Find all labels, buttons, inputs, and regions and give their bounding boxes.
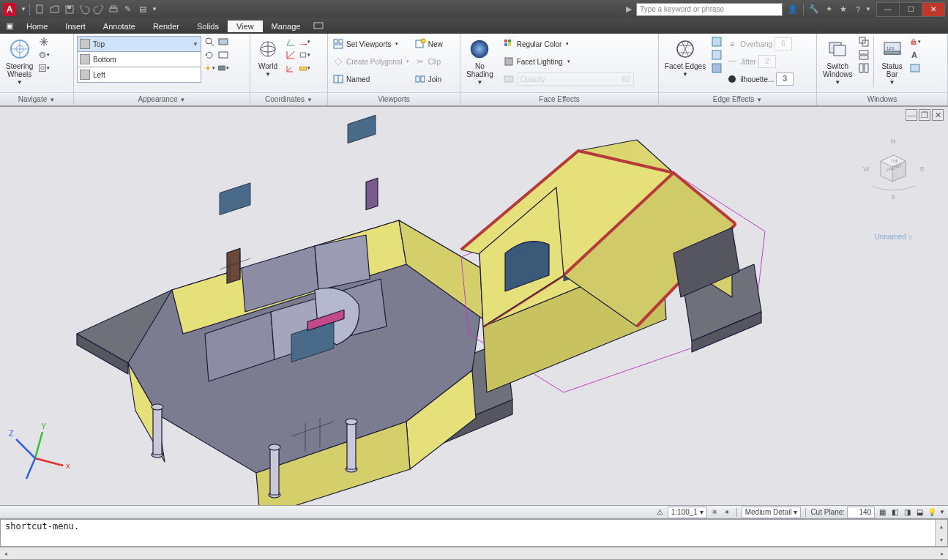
bulb-icon[interactable]: 💡	[927, 507, 937, 518]
command-scrollbar[interactable]: ▴▾	[935, 520, 947, 546]
ucs-view-icon[interactable]: ▾	[299, 49, 310, 61]
minimize-button[interactable]: —	[876, 2, 900, 17]
ucs-z-icon[interactable]	[285, 36, 296, 48]
svg-rect-55	[859, 51, 868, 54]
named-viewports-button[interactable]: Named	[331, 71, 411, 87]
publish-icon[interactable]: ✎	[122, 4, 134, 15]
view-left[interactable]: Left	[77, 67, 201, 83]
open-icon[interactable]	[49, 4, 61, 15]
mid-more-chevron[interactable]: ▼	[939, 509, 945, 515]
anno-scale-dropdown[interactable]: 1:100_1 ▾	[668, 507, 707, 518]
close-button[interactable]: ✕	[922, 2, 945, 17]
refresh-icon[interactable]	[204, 49, 215, 61]
ucs-named-icon[interactable]: ▾	[299, 62, 310, 74]
props-icon[interactable]: ▤	[137, 4, 149, 15]
mid-ic3[interactable]: ◨	[902, 507, 912, 518]
viewcube-named-view[interactable]: Unnamed ▽	[860, 233, 926, 241]
status-bar-button[interactable]: 123 Status Bar ▼	[878, 36, 907, 88]
svg-line-92	[26, 458, 35, 479]
cascade-icon[interactable]	[858, 36, 870, 48]
svg-rect-56	[859, 56, 868, 59]
save-icon[interactable]	[64, 4, 75, 15]
panel-appearance-title[interactable]: Appearance▼	[74, 92, 250, 105]
exchange-icon[interactable]: ✦	[823, 4, 835, 15]
detail-level-dropdown[interactable]: Medium Detail ▾	[742, 507, 802, 518]
undo-icon[interactable]	[78, 4, 90, 15]
new-viewport-button[interactable]: New	[413, 36, 444, 52]
regular-color-button[interactable]: Regular Color▾	[501, 36, 635, 52]
drawing-canvas[interactable]: — ❐ ✕	[0, 106, 948, 505]
sun-icon[interactable]: ▾	[204, 62, 215, 74]
mid-ic1[interactable]: ▦	[877, 507, 887, 518]
zoom-extents-icon[interactable]: ▾	[38, 62, 50, 74]
info-search-icon[interactable]: ▶	[623, 4, 635, 15]
panel-navigate-title[interactable]: Navigate▼	[0, 92, 73, 105]
mid-ic4[interactable]: ⬓	[914, 507, 925, 518]
edge2-icon[interactable]	[711, 49, 723, 61]
viewcube[interactable]: N E W S FRONT TOP Unnamed ▽	[860, 136, 926, 241]
ucs-3p-icon[interactable]	[285, 49, 296, 61]
zoom-icon[interactable]	[204, 36, 215, 48]
panel-coordinates-title[interactable]: Coordinates▼	[250, 92, 327, 105]
app-logo[interactable]: A	[3, 3, 16, 16]
view-bottom[interactable]: Bottom	[77, 51, 201, 67]
star-icon[interactable]: ★	[837, 4, 849, 15]
menu-solids[interactable]: Solids	[188, 20, 228, 32]
help-chevron[interactable]: ▼	[865, 6, 871, 12]
menu-manage[interactable]: Manage	[263, 20, 310, 32]
orbit-icon[interactable]: ▾	[38, 49, 50, 61]
menu-render[interactable]: Render	[144, 20, 188, 32]
vstyle2-icon[interactable]	[217, 49, 229, 61]
command-line[interactable]: shortcut-menu. ▴▾	[0, 519, 948, 547]
join-viewport-button[interactable]: Join	[413, 71, 444, 87]
ucs-icon[interactable]	[285, 62, 296, 74]
facet-lighting-button[interactable]: Facet Lighting▾	[501, 53, 635, 70]
ribbon-toggle-icon[interactable]: ▣	[6, 21, 13, 31]
binoculars-icon[interactable]: 👤	[787, 4, 799, 15]
qat-more-chevron[interactable]: ▼	[152, 6, 157, 12]
svg-rect-62	[911, 41, 916, 45]
world-ucs-button[interactable]: World ▼	[253, 36, 283, 80]
anno-auto-icon[interactable]: ✴	[722, 507, 732, 518]
tile-h-icon[interactable]	[858, 49, 870, 61]
no-shading-button[interactable]: No Shading ▼	[463, 36, 496, 88]
anno-vis-icon[interactable]: ✳	[709, 507, 720, 518]
silhouette-row[interactable]: ilhouette...3	[725, 71, 795, 87]
vstyle1-icon[interactable]	[217, 36, 229, 48]
ucs-x-icon[interactable]: ▾	[299, 36, 310, 48]
help-icon[interactable]: ?	[852, 4, 864, 15]
lock-ui-icon[interactable]: ▾	[909, 36, 921, 48]
menu-home[interactable]: Home	[18, 20, 56, 32]
edge3-icon[interactable]	[711, 62, 723, 74]
anno-scale-icon[interactable]: ⚠	[655, 507, 665, 518]
edge1-icon[interactable]	[711, 36, 723, 48]
print-icon[interactable]	[108, 4, 119, 15]
drawing-status-icon[interactable]	[909, 62, 921, 74]
menu-view[interactable]: View	[228, 20, 263, 32]
steering-wheels-button[interactable]: Steering Wheels ▼	[3, 36, 36, 88]
pan-icon[interactable]	[38, 36, 50, 48]
panel-edge-title[interactable]: Edge Effects▼	[659, 92, 816, 105]
mid-ic2[interactable]: ◧	[889, 507, 900, 518]
panel-viewports: Set Viewports▾ Create Polygonal▾ Named N…	[328, 34, 460, 105]
text-window-icon[interactable]: A	[909, 49, 921, 61]
vstyle3-icon[interactable]: ▾	[217, 62, 229, 74]
maximize-button[interactable]: ☐	[899, 2, 922, 17]
new-icon[interactable]	[34, 4, 46, 15]
view-top[interactable]: Top▼	[77, 36, 201, 52]
app-menu-chevron[interactable]: ▼	[20, 6, 26, 12]
set-viewports-button[interactable]: Set Viewports▾	[331, 36, 411, 52]
svg-rect-12	[40, 65, 46, 72]
menu-annotate[interactable]: Annotate	[94, 20, 144, 32]
cut-plane-value[interactable]: 140	[847, 507, 875, 518]
key-icon[interactable]: 🔧	[808, 4, 820, 15]
menu-insert[interactable]: Insert	[56, 20, 94, 32]
menu-output[interactable]	[309, 20, 328, 32]
facet-edges-button[interactable]: Facet Edges ▼	[662, 36, 709, 80]
horizontal-scrollbar[interactable]: ◂▸	[0, 547, 948, 559]
switch-windows-button[interactable]: Switch Windows ▼	[820, 36, 856, 88]
search-input[interactable]: Type a keyword or phrase	[636, 3, 783, 16]
redo-icon[interactable]	[93, 4, 105, 15]
svg-text:N: N	[891, 138, 896, 145]
tile-v-icon[interactable]	[858, 62, 870, 74]
